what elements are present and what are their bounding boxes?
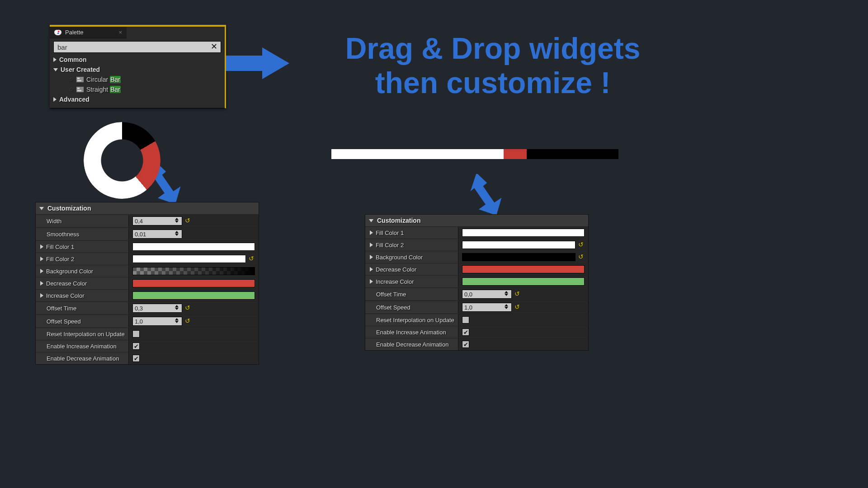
donut-icon	[84, 122, 160, 199]
chevron-right-icon[interactable]	[40, 269, 43, 273]
palette-search-input[interactable]	[53, 41, 221, 53]
category-label: User Created	[61, 66, 100, 73]
palette-tab-label: Palette	[65, 29, 83, 36]
chevron-right-icon[interactable]	[40, 244, 43, 249]
prop-smoothness: Smoothness 0,01	[36, 227, 259, 240]
prop-label-text: Width	[47, 218, 61, 225]
prop-label-text: Enable Decrease Animation	[47, 355, 119, 362]
chevron-down-icon	[53, 68, 58, 71]
prop-label-text: Fill Color 1	[376, 230, 404, 236]
prop-increase-color: Increase Color	[36, 289, 259, 301]
prop-fill-color-2: Fill Color 2 ↺	[365, 239, 588, 251]
color-swatch[interactable]	[462, 265, 585, 273]
category-advanced[interactable]: Advanced	[53, 94, 221, 104]
arrow-down-right-icon	[470, 174, 506, 215]
chevron-right-icon	[53, 57, 57, 62]
offset-time-input[interactable]: 0,0	[462, 290, 512, 299]
prop-offset-time: Offset Time 0,3 ↺	[36, 301, 259, 314]
reset-icon[interactable]: ↺	[514, 291, 521, 297]
reset-icon[interactable]: ↺	[578, 254, 585, 260]
prop-enable-decrease-anim: Enable Decrease Animation ✔	[36, 352, 259, 364]
circular-bar-preview	[84, 122, 160, 199]
chevron-right-icon[interactable]	[370, 243, 373, 247]
prop-reset-interpolation: Reset Interpolation on Update	[365, 314, 588, 326]
color-swatch[interactable]	[132, 291, 255, 300]
color-swatch[interactable]	[462, 253, 576, 261]
palette-search-row: ✕	[53, 41, 221, 53]
color-swatch[interactable]	[462, 277, 585, 286]
width-input[interactable]: 0,4	[132, 216, 182, 225]
section-title: Customization	[377, 217, 420, 224]
svg-marker-0	[226, 47, 289, 79]
color-swatch[interactable]	[462, 241, 576, 249]
straight-bar-preview	[331, 149, 618, 159]
chevron-right-icon[interactable]	[40, 257, 43, 261]
checkbox[interactable]: ✔	[132, 355, 140, 362]
close-icon[interactable]: ×	[118, 29, 122, 36]
favorite-icon[interactable]: ☆	[69, 76, 74, 83]
item-label: Circular Bar	[86, 76, 121, 83]
palette-icon	[54, 30, 61, 35]
palette-item-straight-bar[interactable]: ☆ Straight Bar	[53, 84, 221, 94]
widget-icon	[76, 87, 84, 92]
clear-search-icon[interactable]: ✕	[208, 42, 219, 52]
reset-icon[interactable]: ↺	[185, 305, 191, 311]
checkbox[interactable]: ✔	[462, 328, 469, 336]
checkbox[interactable]: ✔	[462, 341, 469, 348]
prop-enable-decrease-anim: Enable Decrease Animation ✔	[365, 338, 588, 350]
widget-icon	[76, 77, 84, 82]
chevron-right-icon[interactable]	[40, 293, 43, 298]
offset-speed-input[interactable]: 1,0	[132, 317, 182, 326]
category-common[interactable]: Common	[53, 55, 221, 65]
straight-customization-panel: Customization Fill Color 1 Fill Color 2 …	[365, 214, 589, 351]
prop-label-text: Background Color	[376, 254, 423, 261]
prop-offset-time: Offset Time 0,0 ↺	[365, 287, 588, 300]
chevron-right-icon[interactable]	[40, 281, 43, 286]
prop-enable-increase-anim: Enable Increase Animation ✔	[365, 326, 588, 338]
palette-panel: Palette × ✕ Common User Created ☆ Circul…	[50, 25, 226, 108]
prop-label-text: Fill Color 1	[46, 244, 74, 250]
reset-icon[interactable]: ↺	[514, 304, 521, 310]
reset-icon[interactable]: ↺	[249, 256, 255, 262]
prop-label-text: Decrease Color	[376, 266, 416, 273]
prop-decrease-color: Decrease Color	[365, 263, 588, 275]
prop-background-color: Background Color ↺	[365, 251, 588, 263]
chevron-right-icon[interactable]	[370, 279, 373, 284]
color-swatch[interactable]	[462, 229, 585, 237]
chevron-right-icon[interactable]	[370, 255, 373, 259]
palette-item-circular-bar[interactable]: ☆ Circular Bar	[53, 75, 221, 84]
prop-enable-increase-anim: Enable Increase Animation ✔	[36, 340, 259, 352]
reset-icon[interactable]: ↺	[185, 218, 191, 224]
chevron-right-icon[interactable]	[370, 267, 373, 272]
circular-customization-panel: Customization Width 0,4 ↺ Smoothness 0,0…	[35, 202, 259, 365]
prop-decrease-color: Decrease Color	[36, 277, 259, 289]
reset-icon[interactable]: ↺	[578, 242, 585, 248]
reset-icon[interactable]: ↺	[185, 318, 191, 324]
chevron-right-icon[interactable]	[370, 230, 373, 235]
prop-label-text: Increase Color	[46, 292, 85, 299]
color-swatch[interactable]	[132, 243, 255, 251]
prop-label-text: Fill Color 2	[46, 256, 74, 263]
palette-tab[interactable]: Palette ×	[50, 27, 127, 38]
section-title: Customization	[47, 205, 91, 212]
color-swatch[interactable]	[132, 279, 255, 287]
section-header[interactable]: Customization	[365, 215, 588, 226]
smoothness-input[interactable]: 0,01	[132, 230, 182, 239]
chevron-down-icon	[369, 219, 373, 222]
callout-text: Drag & Drop widgets then customize !	[289, 32, 696, 100]
section-header[interactable]: Customization	[36, 202, 259, 214]
bar-fill	[331, 149, 504, 159]
checkbox[interactable]: ✔	[132, 343, 140, 350]
prop-label-text: Enable Increase Animation	[47, 343, 117, 350]
color-swatch[interactable]	[132, 255, 246, 263]
bar-decrease	[504, 149, 527, 159]
checkbox[interactable]	[462, 316, 469, 324]
prop-label-text: Offset Time	[47, 305, 76, 312]
favorite-icon[interactable]: ☆	[69, 86, 74, 93]
offset-time-input[interactable]: 0,3	[132, 304, 182, 313]
color-swatch[interactable]	[132, 267, 255, 275]
checkbox[interactable]	[132, 330, 140, 338]
category-user-created[interactable]: User Created	[53, 65, 221, 75]
prop-offset-speed: Offset Speed 1,0 ↺	[365, 300, 588, 314]
offset-speed-input[interactable]: 1,0	[462, 303, 512, 312]
